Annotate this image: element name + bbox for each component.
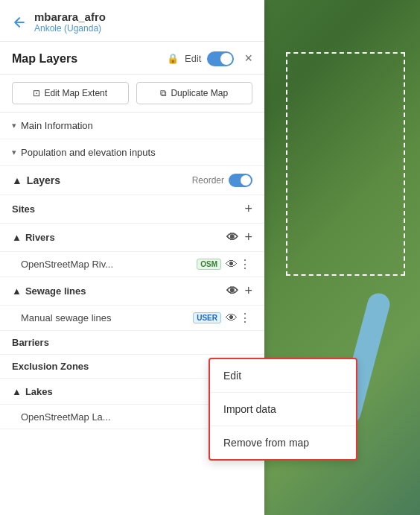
sewage-chevron: ▲ <box>12 285 22 297</box>
app-title-block: mbarara_afro Ankole (Uganda) <box>34 10 106 34</box>
lakes-group-name: ▲ Lakes <box>12 386 241 397</box>
user-badge: USER <box>193 312 221 323</box>
osm-rivers-badge: OSM <box>197 259 221 270</box>
rivers-eye-icon[interactable]: 👁 <box>226 231 238 244</box>
context-menu-edit[interactable]: Edit <box>210 359 356 393</box>
sites-row: Sites + <box>0 195 264 224</box>
reorder-label: Reorder <box>192 175 224 186</box>
layers-chevron: ▲ <box>12 174 22 186</box>
rivers-icons: 👁 + <box>226 230 252 245</box>
app-title: mbarara_afro <box>34 10 106 23</box>
layers-header: ▲ Layers Reorder <box>0 166 264 195</box>
sewage-group-name: ▲ Sewage lines <box>12 285 226 297</box>
osm-lakes-label: OpenStreetMap La... <box>21 411 211 423</box>
panel-header: Map Layers 🔒 Edit × <box>0 42 264 75</box>
close-button[interactable]: × <box>244 51 252 66</box>
osm-rivers-menu-button[interactable]: ⋮ <box>238 257 252 271</box>
sites-label: Sites <box>12 203 244 215</box>
population-chevron: ▾ <box>12 148 16 157</box>
osm-rivers-label: OpenStreetMap Riv... <box>21 259 197 270</box>
population-section[interactable]: ▾ Population and elevation inputs <box>0 139 264 166</box>
sewage-icons: 👁 + <box>226 283 252 299</box>
population-label: Population and elevation inputs <box>21 147 156 158</box>
rivers-group-header: ▲ Rivers 👁 + <box>0 224 264 252</box>
barriers-label: Barriers <box>12 337 49 348</box>
main-information-section[interactable]: ▾ Main Information <box>0 113 264 139</box>
lakes-label: Lakes <box>25 386 53 397</box>
sewage-group-header: ▲ Sewage lines 👁 + <box>0 277 264 306</box>
sites-add-button[interactable]: + <box>244 201 252 217</box>
reorder-toggle[interactable] <box>229 174 252 187</box>
sewage-add-button[interactable]: + <box>244 283 252 299</box>
rivers-group-name: ▲ Rivers <box>12 232 226 243</box>
action-buttons: ⊡ Edit Map Extent ⧉ Duplicate Map <box>0 75 264 113</box>
manual-sewage-layer: Manual sewage lines USER 👁 ⋮ <box>0 306 264 331</box>
osm-rivers-eye-icon[interactable]: 👁 <box>226 258 238 271</box>
exclusion-zones-label: Exclusion Zones <box>12 361 89 372</box>
sewage-eye-icon[interactable]: 👁 <box>226 285 238 298</box>
app-subtitle: Ankole (Uganda) <box>34 23 106 34</box>
manual-sewage-label: Manual sewage lines <box>21 312 193 323</box>
manual-sewage-eye-icon[interactable]: 👁 <box>226 312 238 325</box>
manual-sewage-menu-button[interactable]: ⋮ <box>238 311 252 325</box>
layers-label: Layers <box>27 174 60 186</box>
sewage-label: Sewage lines <box>25 285 86 297</box>
map-dashed-border <box>286 52 405 276</box>
duplicate-map-button[interactable]: ⧉ Duplicate Map <box>136 82 253 104</box>
context-menu-import[interactable]: Import data <box>210 393 356 426</box>
rivers-label: Rivers <box>25 232 55 243</box>
main-information-label: Main Information <box>21 120 93 131</box>
lock-icon: 🔒 <box>167 53 179 64</box>
lakes-chevron: ▲ <box>12 386 22 397</box>
context-menu: Edit Import data Remove from map <box>209 358 357 461</box>
context-menu-remove[interactable]: Remove from map <box>210 426 356 459</box>
duplicate-map-label: Duplicate Map <box>171 88 228 98</box>
edit-toggle[interactable] <box>207 51 234 66</box>
main-info-chevron: ▾ <box>12 121 16 130</box>
edit-map-extent-label: Edit Map Extent <box>44 88 107 98</box>
panel-title: Map Layers <box>12 52 161 66</box>
duplicate-map-icon: ⧉ <box>160 88 167 98</box>
edit-map-extent-button[interactable]: ⊡ Edit Map Extent <box>12 82 129 104</box>
edit-map-extent-icon: ⊡ <box>33 88 40 98</box>
rivers-add-button[interactable]: + <box>244 230 252 245</box>
barriers-row: Barriers <box>0 331 264 355</box>
edit-label: Edit <box>185 53 201 64</box>
app-header: mbarara_afro Ankole (Uganda) <box>0 0 264 42</box>
back-button[interactable] <box>12 15 27 30</box>
layers-title: ▲ Layers <box>12 174 192 186</box>
osm-rivers-layer: OpenStreetMap Riv... OSM 👁 ⋮ <box>0 252 264 277</box>
rivers-chevron: ▲ <box>12 232 22 243</box>
